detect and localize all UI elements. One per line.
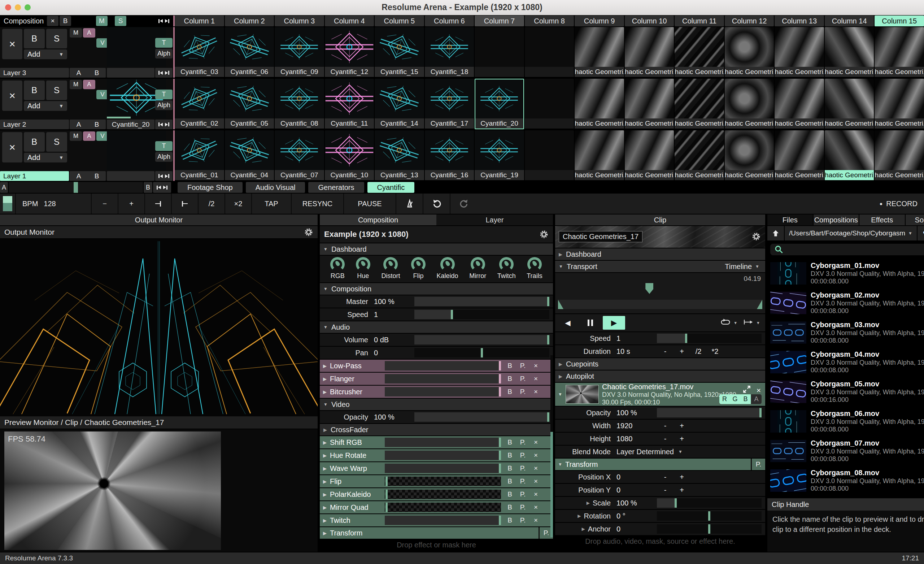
position-y-increase-button[interactable]: + — [674, 486, 690, 494]
bpm-double-button[interactable]: ×2 — [225, 194, 252, 214]
autopilot-header[interactable]: ▶ Autopilot — [555, 370, 765, 382]
column-header[interactable]: Column 12 — [725, 15, 774, 26]
effect-dry-wet-slider[interactable] — [385, 361, 501, 370]
alpha-channel-button[interactable]: A — [751, 394, 762, 404]
effect-name[interactable]: Shift RGB — [330, 438, 385, 447]
effect-remove-button[interactable]: × — [530, 489, 542, 499]
effect-name[interactable]: PolarKaleido — [330, 490, 385, 499]
clip-speed-value[interactable]: 1 — [616, 334, 657, 343]
column-header[interactable]: Column 6 — [425, 15, 474, 26]
transform-param-button[interactable]: P. — [751, 459, 765, 470]
clip-cell[interactable]: Cyantific_14 — [375, 79, 424, 129]
next-clip-icon[interactable] — [165, 174, 169, 178]
column-header[interactable]: Column 15 — [874, 15, 924, 26]
height-value[interactable]: 1080 — [616, 435, 657, 443]
clip-cell[interactable]: Chaotic Geometri... — [675, 79, 724, 129]
dashboard-knob[interactable]: RGB — [330, 257, 345, 280]
clip-name[interactable]: Cyantific_10 — [325, 170, 374, 180]
clip-name[interactable]: Cyantific_02 — [175, 119, 224, 129]
crossfader-b-button[interactable]: B — [144, 182, 152, 193]
clip-cell[interactable]: Cyantific_06 — [225, 27, 274, 78]
layer-alpha-button[interactable]: Alph — [155, 152, 172, 162]
chevron-right-icon[interactable]: ▶ — [320, 453, 330, 458]
deck-tab[interactable]: Footage Shop — [178, 182, 243, 193]
file-item[interactable]: Cyborgasm_07.mov DXV 3.0 Normal Quality,… — [770, 436, 924, 466]
layer-prev-next[interactable] — [155, 68, 172, 78]
effect-param-button[interactable]: P. — [517, 515, 529, 525]
metronome-button[interactable] — [396, 194, 423, 214]
prev-clip-icon[interactable] — [159, 122, 163, 126]
knob-icon[interactable] — [527, 257, 542, 272]
volume-slider[interactable] — [414, 335, 549, 344]
clip-cell[interactable] — [475, 27, 524, 78]
clip-cell[interactable]: Chaotic Geometri... — [825, 79, 874, 129]
effect-name[interactable]: Wave Warp — [330, 464, 385, 473]
layer-bypass-button[interactable]: B — [24, 81, 45, 100]
effect-name[interactable]: Mirror Quad — [330, 503, 385, 511]
crossfader-slider[interactable] — [9, 182, 143, 193]
clip-name[interactable]: Chaotic Geometri... — [725, 170, 774, 180]
clip-name[interactable] — [525, 170, 574, 180]
effect-bypass-button[interactable]: B — [504, 361, 516, 371]
file-name[interactable]: Cyborgasm_08.mov — [811, 469, 924, 477]
dashboard-knob[interactable]: Flip — [411, 257, 426, 280]
deck-tab[interactable]: Cyantific — [368, 182, 415, 193]
duration-halve-button[interactable]: /2 — [690, 347, 707, 356]
width-increase-button[interactable]: + — [674, 422, 690, 430]
column-header[interactable]: Column 9 — [574, 15, 624, 26]
layer-master-button[interactable]: M — [70, 131, 82, 141]
clip-speed-slider[interactable] — [657, 334, 762, 343]
chevron-right-icon[interactable]: ▶ — [320, 363, 330, 368]
clip-name[interactable]: Cyantific_06 — [225, 67, 274, 77]
column-header[interactable]: Column 10 — [625, 15, 674, 26]
chevron-right-icon[interactable]: ▶ — [320, 376, 330, 382]
prev-clip-icon[interactable] — [159, 71, 163, 75]
crossfader-a-button[interactable]: A — [0, 182, 8, 193]
layer-master-button[interactable]: M — [70, 28, 82, 38]
position-x-value[interactable]: 0 — [616, 473, 657, 481]
clip-name[interactable]: Chaotic Geometri... — [874, 67, 924, 77]
clip-cell[interactable]: Chaotic Geometri... — [874, 27, 924, 78]
bpm-increase-button[interactable]: + — [118, 194, 145, 214]
layer-audio-button[interactable]: A — [83, 80, 95, 89]
composition-solo-button[interactable]: S — [115, 16, 126, 26]
clip-name[interactable]: Cyantific_11 — [325, 119, 374, 129]
effect-param-button[interactable]: P. — [517, 361, 529, 371]
effect-opacity-slider[interactable] — [385, 477, 501, 486]
layer-ab-buttons[interactable]: AB — [70, 119, 106, 129]
effect-remove-button[interactable]: × — [530, 515, 542, 525]
layer-prev-next[interactable] — [155, 171, 172, 181]
green-channel-button[interactable]: G — [730, 394, 740, 404]
knob-icon[interactable] — [440, 257, 455, 272]
effect-remove-button[interactable]: × — [530, 437, 542, 447]
master-slider[interactable] — [414, 297, 549, 306]
file-item[interactable]: Cyborgasm_05.mov DXV 3.0 Normal Quality,… — [770, 377, 924, 406]
opacity-slider[interactable] — [414, 412, 549, 422]
file-item[interactable]: Cyborgasm_08.mov DXV 3.0 Normal Quality,… — [770, 466, 924, 495]
clip-cell[interactable]: Chaotic Geometri... — [625, 130, 674, 181]
layer-transition-button[interactable]: T — [155, 38, 172, 48]
prev-column-icon[interactable] — [159, 19, 163, 23]
effect-opacity-slider[interactable] — [385, 451, 501, 460]
effect-dry-wet-slider[interactable] — [385, 387, 501, 397]
file-name[interactable]: Cyborgasm_07.mov — [811, 439, 924, 448]
layer-ab-buttons[interactable]: AB — [70, 68, 106, 78]
chevron-right-icon[interactable]: ▶ — [320, 479, 330, 484]
browser-tab[interactable]: Compositions — [813, 215, 859, 225]
clip-cell[interactable]: Chaotic Geometri... — [574, 130, 624, 181]
layer-audio-button[interactable]: A — [83, 131, 95, 141]
file-name[interactable]: Cyborgasm_06.mov — [811, 409, 924, 418]
column-header[interactable]: Column 7 — [475, 15, 524, 26]
effect-opacity-slider[interactable] — [385, 490, 501, 499]
effect-bypass-button[interactable]: B — [504, 515, 516, 525]
clip-name[interactable]: Chaotic Geometri... — [675, 67, 724, 77]
layer-transition-button[interactable]: T — [155, 90, 172, 99]
clip-name[interactable]: Chaotic Geometri... — [625, 67, 674, 77]
height-decrease-button[interactable]: - — [657, 435, 674, 443]
file-name[interactable]: Cyborgasm_02.mov — [811, 291, 924, 300]
anchor-slider[interactable] — [657, 524, 762, 534]
effect-remove-button[interactable]: × — [530, 361, 542, 371]
effect-remove-button[interactable]: × — [530, 450, 542, 460]
scale-slider[interactable] — [657, 498, 762, 508]
effect-name[interactable]: Twitch — [330, 516, 385, 525]
